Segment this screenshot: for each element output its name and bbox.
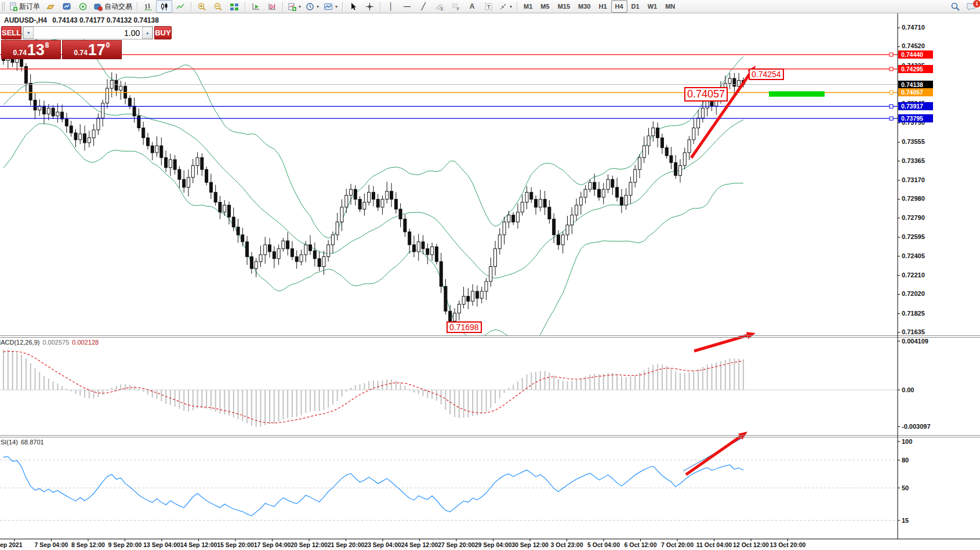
price-tick: 0.73170	[902, 176, 925, 183]
macd-tick: -0.003097	[902, 423, 931, 430]
zoom-in-button[interactable]	[194, 0, 210, 13]
toolbar-grip[interactable]	[2, 2, 5, 11]
one-click-trade-panel: SELL ▾ ▴ BUY 0.74 13 8 0.74 17 0	[1, 26, 122, 59]
candlestick-mode-button[interactable]	[156, 0, 172, 13]
rsi-tick: 80	[902, 457, 909, 464]
line-chart-icon	[176, 2, 185, 11]
candlestick-icon	[160, 2, 169, 11]
horizontal-line-tool-button[interactable]: —	[399, 0, 415, 13]
volume-input[interactable]	[34, 27, 142, 39]
templates-icon	[324, 2, 333, 11]
macd-tick: 0.004109	[902, 338, 928, 345]
zoom-out-icon	[213, 2, 223, 11]
line-chart-mode-button[interactable]	[172, 0, 188, 13]
text-label-tool-button[interactable]: T	[480, 0, 496, 13]
horizontal-line-icon: —	[404, 3, 411, 10]
new-order-button[interactable]: 新订单	[6, 0, 42, 13]
separator	[517, 2, 517, 12]
timeframe-H4[interactable]: H4	[611, 0, 627, 13]
equidistant-channel-tool-button[interactable]: E	[431, 0, 448, 13]
volume-decrease-button[interactable]: ▾	[23, 27, 34, 39]
buy-button[interactable]: BUY	[154, 26, 171, 39]
auto-scroll-button[interactable]	[248, 0, 264, 13]
indicators-button[interactable]: ▾	[285, 0, 303, 13]
rsi-value: 68.8701	[21, 439, 44, 446]
time-tick: 3 Oct 23:00	[550, 541, 583, 548]
search-icon[interactable]	[950, 2, 960, 12]
time-tick: 7 Sep 04:00	[35, 541, 68, 548]
text-tool-button[interactable]: A	[464, 0, 480, 13]
price-tick: 0.72790	[902, 214, 925, 221]
timeframe-M15[interactable]: M15	[554, 0, 574, 13]
timeframe-M5[interactable]: M5	[536, 0, 553, 13]
separator	[380, 2, 380, 12]
notification-badge: 1	[973, 0, 980, 8]
separator	[245, 2, 245, 12]
bar-chart-mode-button[interactable]	[140, 0, 156, 13]
cursor-tool-button[interactable]	[345, 0, 361, 13]
vertical-line-tool-button[interactable]: │	[383, 0, 399, 13]
time-tick: 29 Sep 04:00	[475, 541, 512, 548]
gold-button[interactable]	[42, 0, 59, 13]
price-tick: 0.72210	[902, 272, 925, 278]
periods-button[interactable]: ▾	[303, 0, 321, 13]
volume-increase-button[interactable]: ▴	[142, 27, 153, 39]
price-line-badge: 0.74057	[898, 88, 933, 96]
price-tick: 0.72405	[902, 252, 925, 259]
price-line-badge: 0.74440	[898, 50, 933, 59]
time-tick: 12 Oct 12:00	[733, 541, 769, 548]
annotation-low-price[interactable]: 0.71698	[447, 321, 482, 333]
clock-icon	[306, 2, 314, 11]
chart-title: AUDUSD-,H4 0.74143 0.74177 0.74132 0.741…	[4, 16, 159, 24]
timeframe-D1[interactable]: D1	[627, 0, 644, 13]
indicators-icon	[288, 2, 296, 11]
sell-price-sup: 8	[45, 41, 49, 49]
tile-windows-button[interactable]	[226, 0, 242, 13]
crosshair-tool-button[interactable]	[361, 0, 378, 13]
time-tick: 20 Sep 12:00	[291, 541, 328, 548]
mql5-community-button[interactable]	[59, 0, 75, 13]
arrows-tool-button[interactable]: ▾	[496, 0, 514, 13]
sell-quote[interactable]: 0.74 13 8	[1, 40, 61, 59]
fibonacci-tool-button[interactable]: F	[448, 0, 464, 13]
macd-name: MACD(12,26,9)	[0, 339, 39, 346]
time-tick: 15 Sep 20:00	[217, 541, 254, 548]
timeframe-M1[interactable]: M1	[520, 0, 536, 13]
notifications-button[interactable]: 1	[966, 2, 977, 12]
signals-button[interactable]	[75, 0, 91, 13]
auto-trading-button[interactable]: 自动交易	[91, 0, 135, 13]
buy-price-sup: 0	[106, 41, 110, 49]
annotation-high-price[interactable]: 0.74254	[749, 68, 784, 80]
chart-shift-icon	[268, 2, 277, 11]
trendline-tool-button[interactable]: ╱	[415, 0, 431, 13]
price-tick: 0.73365	[902, 157, 925, 164]
chart-shift-button[interactable]	[264, 0, 280, 13]
zoom-in-icon	[197, 2, 206, 11]
annotation-mid-price[interactable]: 0.74057	[684, 87, 728, 102]
timeframe-MN[interactable]: MN	[661, 0, 679, 13]
buy-price-prefix: 0.74	[74, 49, 87, 57]
zoom-out-button[interactable]	[210, 0, 226, 13]
price-tick: 0.74710	[902, 24, 925, 31]
time-tick: 9 Sep 20:00	[108, 541, 142, 548]
gold-icon	[46, 2, 55, 11]
time-tick: 6 Oct 12:00	[624, 541, 656, 548]
sell-button[interactable]: SELL	[1, 26, 21, 39]
timeframe-W1[interactable]: W1	[644, 0, 662, 13]
svg-text:T: T	[487, 4, 491, 10]
cursor-icon	[350, 2, 357, 11]
rsi-pane-label: RSI(14)68.8701	[0, 439, 44, 446]
time-tick: ep 2021	[0, 541, 23, 548]
separator	[137, 2, 137, 12]
svg-text:F: F	[457, 7, 459, 11]
buy-quote[interactable]: 0.74 17 0	[62, 40, 122, 59]
price-line-badge: 0.73795	[898, 114, 933, 122]
macd-tick: 0.00	[902, 386, 914, 393]
tile-windows-icon	[230, 2, 239, 11]
timeframe-M30[interactable]: M30	[574, 0, 594, 13]
templates-caret: ▾	[335, 4, 337, 9]
templates-button[interactable]: ▾	[321, 0, 340, 13]
sell-price-big: 13	[27, 42, 45, 58]
timeframe-H1[interactable]: H1	[594, 0, 611, 13]
price-tick: 0.72020	[902, 290, 925, 297]
